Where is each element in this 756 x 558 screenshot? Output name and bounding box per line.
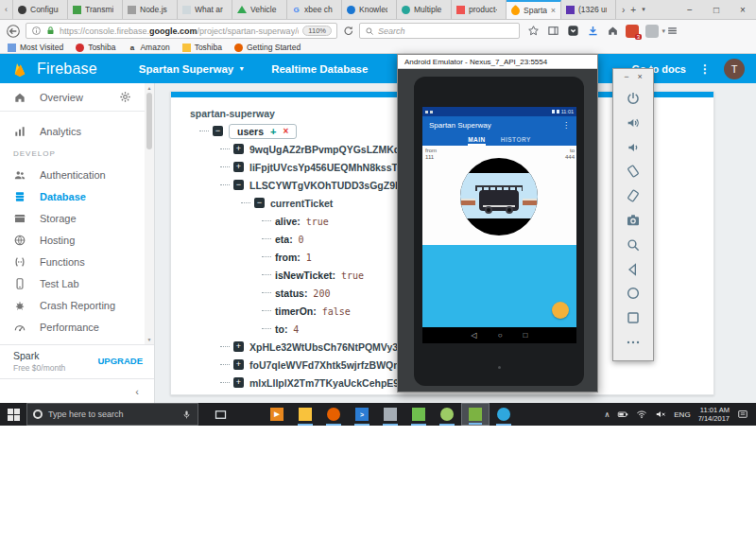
emulator-control-icon[interactable] xyxy=(626,91,641,106)
to-field[interactable]: to444 xyxy=(565,148,575,161)
taskbar-app-icon[interactable] xyxy=(291,403,319,426)
emulator-control-icon[interactable] xyxy=(626,237,641,253)
android-recents-button[interactable]: □ xyxy=(524,331,528,340)
device-screen[interactable]: 11:01 Spartan Superway ⋮ MAIN HISTORY fr… xyxy=(422,107,576,343)
browser-tab[interactable]: (1326 unre xyxy=(561,0,616,19)
tab-main[interactable]: MAIN xyxy=(468,136,486,146)
microphone-icon[interactable] xyxy=(181,410,192,420)
sidebar-item[interactable]: Performance xyxy=(0,316,145,338)
scrollbar-thumb[interactable] xyxy=(146,93,152,149)
expander-toggle[interactable]: + xyxy=(233,144,244,154)
taskbar-app-icon[interactable] xyxy=(206,403,234,426)
zoom-level-badge[interactable]: 110% xyxy=(302,26,332,36)
reload-button[interactable] xyxy=(342,25,354,37)
taskbar-clock[interactable]: 11:01 AM7/14/2017 xyxy=(698,406,730,423)
toolbar-minimize-button[interactable]: − xyxy=(624,72,628,81)
kebab-menu-icon[interactable]: ⋮ xyxy=(699,62,711,76)
hidden-icons-button[interactable]: ∧ xyxy=(604,410,610,419)
emulator-control-icon[interactable] xyxy=(626,140,641,155)
node-value[interactable]: 4 xyxy=(293,324,299,335)
emulator-control-icon[interactable] xyxy=(626,213,641,228)
sidebar-item[interactable]: Storage xyxy=(0,207,145,229)
emulator-control-icon[interactable] xyxy=(626,115,641,131)
browser-tab[interactable]: Multiple A xyxy=(397,0,452,19)
sidebar-item[interactable]: Functions xyxy=(0,251,145,272)
taskbar-app-icon[interactable] xyxy=(234,403,263,426)
taskbar-app-icon[interactable] xyxy=(433,403,461,426)
browser-tab[interactable]: G xbee chang xyxy=(287,0,342,19)
scroll-down-icon[interactable]: ▼ xyxy=(147,337,152,342)
node-value[interactable]: true xyxy=(306,217,329,227)
emulator-control-icon[interactable] xyxy=(626,310,641,325)
bookmark-item[interactable]: a Amazon xyxy=(128,43,169,52)
add-child-button[interactable]: + xyxy=(270,126,276,137)
node-label[interactable]: XpHLe32WtUbsCh76NtPQMVy3OfD3 xyxy=(249,341,421,353)
taskbar-app-icon[interactable] xyxy=(461,403,490,426)
back-button[interactable] xyxy=(6,24,21,39)
node-value[interactable]: 1 xyxy=(306,253,312,263)
tab-scroll-right-button[interactable]: › xyxy=(622,5,625,15)
sidebar-item[interactable]: Test Lab xyxy=(0,272,145,294)
android-home-button[interactable]: ○ xyxy=(498,331,503,340)
bookmark-item[interactable]: Toshiba xyxy=(76,43,115,52)
emulator-control-icon[interactable] xyxy=(626,335,641,350)
sidebar-collapse-button[interactable]: ‹ xyxy=(135,386,139,397)
close-button[interactable]: × xyxy=(730,0,756,19)
url-bar[interactable]: https://console.firebase.google.com/proj… xyxy=(26,23,337,39)
upgrade-button[interactable]: UPGRADE xyxy=(97,356,143,366)
nav-action-icon[interactable] xyxy=(526,25,540,38)
battery-icon[interactable] xyxy=(617,409,628,420)
nav-action-icon[interactable]: 3 xyxy=(626,25,639,38)
emulator-control-icon[interactable] xyxy=(626,188,641,203)
new-tab-button[interactable]: + xyxy=(630,5,636,15)
node-value[interactable]: false xyxy=(322,306,351,317)
wifi-icon[interactable] xyxy=(636,409,647,420)
tab-scroll-left-button[interactable]: ‹ xyxy=(0,0,13,19)
node-value[interactable]: 0 xyxy=(299,235,304,245)
expander-toggle[interactable]: + xyxy=(233,359,244,370)
taskbar-app-icon[interactable] xyxy=(376,403,404,426)
expander-toggle[interactable]: − xyxy=(213,126,223,136)
firebase-brand[interactable]: Firebase xyxy=(37,61,97,78)
expander-toggle[interactable]: + xyxy=(233,377,244,388)
browser-tab[interactable]: product-m xyxy=(452,0,507,19)
expander-toggle[interactable]: + xyxy=(233,341,244,352)
taskbar-search-input[interactable]: Type here to search xyxy=(26,403,198,426)
bookmark-item[interactable]: Getting Started xyxy=(234,43,301,52)
bookmark-item[interactable]: Toshiba xyxy=(182,43,222,52)
browser-tab[interactable]: What are callba xyxy=(178,0,232,19)
node-label[interactable]: liFpjtUVcsYp456UEQMhN8kssT62 xyxy=(249,162,409,173)
emulator-control-icon[interactable] xyxy=(626,164,641,179)
nav-action-icon[interactable] xyxy=(546,25,559,38)
emulator-title-bar[interactable]: Android Emulator - Nexus_7_API_23:5554 xyxy=(398,55,597,69)
project-selector[interactable]: Spartan Superway▼ xyxy=(139,63,245,75)
browser-tab[interactable]: Knowledge xyxy=(342,0,397,19)
emulator-control-icon[interactable] xyxy=(626,286,641,301)
delete-node-button[interactable]: × xyxy=(283,126,288,136)
action-center-icon[interactable] xyxy=(737,409,748,420)
nav-action-icon[interactable] xyxy=(665,25,679,38)
nav-action-icon[interactable]: ▾ xyxy=(645,25,659,38)
android-back-button[interactable]: ◁ xyxy=(472,331,477,340)
nav-action-icon[interactable] xyxy=(606,25,619,38)
sidebar-scrollbar[interactable]: ▲ ▼ xyxy=(145,83,154,344)
expander-toggle[interactable]: − xyxy=(233,180,244,190)
node-label[interactable]: foU7qleWVFd7Xhtk5wjrfzBWQnX2 xyxy=(249,359,412,371)
avatar[interactable]: T xyxy=(724,59,745,79)
taskbar-app-icon[interactable] xyxy=(404,403,433,426)
taskbar-app-icon[interactable]: ▶ xyxy=(263,403,291,426)
volume-muted-icon[interactable] xyxy=(655,409,666,420)
browser-tab[interactable]: Configurin xyxy=(13,0,68,19)
node-label[interactable]: mlxLllplX2Tm7TKyaUckCehpE9l2 xyxy=(249,377,407,389)
tab-history[interactable]: HISTORY xyxy=(501,136,531,146)
emulator-control-icon[interactable] xyxy=(626,262,641,277)
sidebar-item[interactable]: Overview xyxy=(0,83,145,112)
tab-close-icon[interactable]: × xyxy=(551,6,556,15)
browser-tab[interactable]: Vehicle Co xyxy=(232,0,287,19)
browser-tab[interactable]: Spartan × xyxy=(507,0,561,19)
node-value[interactable]: 200 xyxy=(313,288,330,299)
node-label[interactable]: currentTicket xyxy=(270,198,333,209)
sidebar-item[interactable]: Database xyxy=(0,185,145,207)
language-indicator[interactable]: ENG xyxy=(674,410,690,419)
gear-icon[interactable] xyxy=(119,91,131,103)
